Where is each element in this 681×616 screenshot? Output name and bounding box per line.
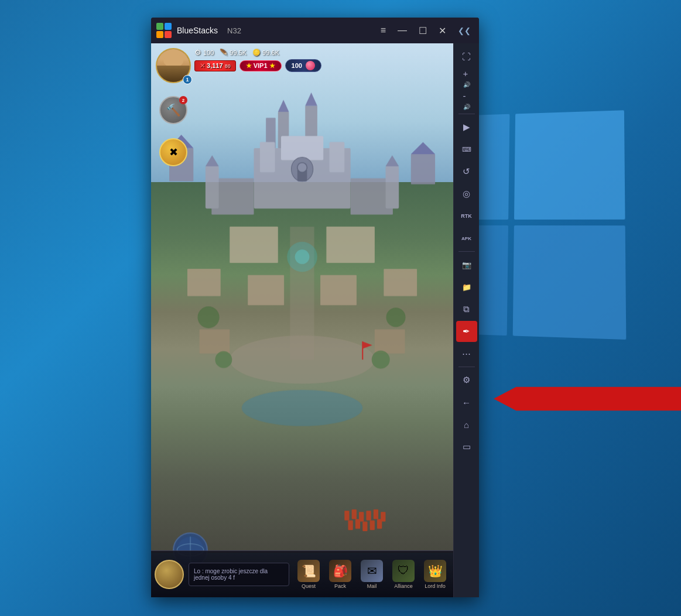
gem-display[interactable]: 100 [285, 59, 321, 72]
close-button[interactable]: ✕ [435, 24, 450, 37]
resources-row: ⚙ 100 🪶 99.5K 🪙 99.6K [194, 48, 449, 57]
svg-rect-6 [305, 106, 317, 139]
health-sub: 80 [225, 63, 231, 69]
back-icon: ← [462, 398, 471, 408]
volume-down-button[interactable]: -🔊 [456, 90, 477, 111]
svg-marker-7 [305, 93, 317, 106]
svg-rect-23 [326, 227, 375, 263]
sidebar-divider-1 [458, 114, 475, 114]
alliance-label: Alliance [394, 583, 413, 589]
svg-rect-12 [281, 136, 323, 160]
svg-point-28 [242, 390, 362, 426]
gem-icon [306, 61, 315, 70]
svg-point-15 [297, 163, 307, 173]
svg-marker-21 [385, 155, 399, 166]
svg-rect-20 [385, 166, 399, 208]
keyboard-icon: ⌨ [462, 146, 471, 153]
svg-rect-48 [355, 519, 360, 529]
svg-rect-49 [362, 522, 367, 532]
health-value: 3,117 [207, 62, 223, 69]
fullscreen-button[interactable]: ⛶ [456, 46, 477, 67]
nav-mail[interactable]: ✉ Mail [357, 560, 386, 589]
multiwindow-icon: ⧉ [463, 304, 470, 314]
build-button[interactable]: 🔨 2 [159, 96, 187, 124]
maximize-button[interactable]: ☐ [415, 24, 430, 37]
bottom-nav-bar: Lo : moge zrobic jeszcze dla jednej osob… [151, 550, 453, 597]
window-controls: ≡ — ☐ ✕ ❮❮ [377, 24, 474, 37]
power-icon: ⚙ [194, 48, 201, 57]
script-icon: ✒ [463, 326, 470, 337]
nav-quest[interactable]: 📜 Quest [294, 560, 323, 589]
svg-rect-42 [352, 509, 357, 519]
player-stats: ⚙ 100 🪶 99.5K 🪙 99.6K [194, 48, 449, 72]
rtk-icon: RTK [461, 213, 472, 219]
recents-button[interactable]: ▭ [456, 436, 477, 457]
vip-badge[interactable]: ★ VIP1 ★ [239, 60, 282, 71]
win-tile-br [513, 225, 627, 340]
quest-label: Quest [302, 583, 316, 589]
chat-area[interactable]: Lo : moge zrobic jeszcze dla jednej osob… [189, 563, 289, 586]
svg-rect-32 [375, 329, 405, 353]
back-button[interactable]: ← [456, 392, 477, 413]
castle-svg [151, 43, 453, 597]
map-globe-icon[interactable] [155, 560, 184, 589]
health-row: ✕ 3,117 80 ★ VIP1 ★ 100 [194, 59, 449, 72]
svg-marker-53 [362, 341, 372, 348]
sidebar-collapse-button[interactable]: ❮❮ [454, 25, 474, 36]
resource3-icon: 🪙 [252, 49, 261, 56]
svg-rect-41 [344, 511, 349, 521]
keyboard-button[interactable]: ⌨ [456, 139, 477, 160]
script-button[interactable]: ✒ [456, 321, 477, 342]
window-body: 1 ⚙ 100 🪶 99.5K [151, 43, 479, 597]
resource2-value: 99.5K [230, 49, 247, 56]
svg-rect-11 [329, 142, 344, 173]
instance-label: N32 [227, 26, 241, 35]
more-button[interactable]: ⋯ [456, 343, 477, 364]
rtk-button[interactable]: RTK [456, 206, 477, 227]
bluestacks-logo-icon [156, 22, 172, 39]
play-icon: ▶ [463, 122, 470, 132]
nav-alliance[interactable]: 🛡 Alliance [389, 560, 418, 589]
minimize-button[interactable]: — [394, 24, 410, 37]
home-button[interactable]: ⌂ [456, 414, 477, 435]
folder-icon: 📁 [462, 283, 471, 292]
resource-power: ⚙ 100 [194, 48, 214, 57]
svg-rect-2 [156, 31, 163, 38]
svg-point-34 [386, 307, 405, 327]
volume-up-button[interactable]: +🔊 [456, 68, 477, 89]
gold-button[interactable]: ✖ [159, 138, 187, 166]
lord-info-icon: 👑 [424, 560, 446, 582]
target-button[interactable]: ◎ [456, 183, 477, 204]
nav-pack[interactable]: 🎒 Pack [326, 560, 355, 589]
game-viewport[interactable]: 1 ⚙ 100 🪶 99.5K [151, 43, 453, 597]
rotate-button[interactable]: ↺ [456, 161, 477, 182]
svg-rect-30 [384, 269, 417, 296]
svg-rect-29 [187, 269, 221, 296]
play-button[interactable]: ▶ [456, 117, 477, 138]
svg-rect-18 [206, 166, 219, 208]
svg-marker-5 [278, 100, 289, 112]
avatar-container[interactable]: 1 [156, 48, 191, 83]
svg-rect-39 [411, 154, 435, 184]
gold-icon: ✖ [169, 146, 178, 159]
win-tile-tr [514, 110, 625, 220]
svg-rect-1 [165, 23, 172, 30]
svg-rect-45 [374, 509, 378, 519]
fullscreen-icon: ⛶ [462, 52, 471, 61]
nav-lord-info[interactable]: 👑 Lord Info [420, 560, 450, 589]
screenshot-button[interactable]: 📷 [456, 254, 477, 275]
svg-rect-31 [200, 329, 230, 353]
hud-top: 1 ⚙ 100 🪶 99.5K [151, 43, 453, 90]
menu-button[interactable]: ≡ [377, 24, 389, 37]
resource-2: 🪶 99.5K [220, 49, 247, 56]
resource2-icon: 🪶 [220, 49, 228, 56]
settings-button[interactable]: ⚙ [456, 369, 477, 391]
apk-button[interactable]: APK [456, 228, 477, 249]
svg-rect-51 [377, 519, 382, 529]
svg-rect-44 [366, 511, 371, 521]
folder-button[interactable]: 📁 [456, 276, 477, 297]
multiwindow-button[interactable]: ⧉ [456, 299, 477, 320]
vip-label: VIP1 [254, 62, 268, 69]
svg-rect-0 [156, 23, 163, 30]
arrow-shaft [494, 378, 681, 420]
